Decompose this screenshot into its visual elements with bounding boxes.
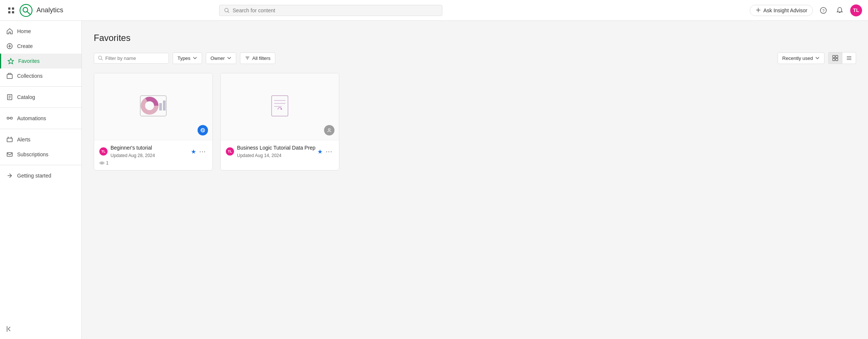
top-bar: Analytics Ask Insight Advisor	[0, 0, 868, 21]
card-preview-2	[221, 73, 339, 140]
sidebar-divider-3	[0, 129, 81, 129]
sidebar-item-alerts[interactable]: Alerts	[0, 132, 81, 147]
automations-icon	[6, 115, 13, 122]
list-view-button[interactable]	[842, 52, 856, 64]
data-prep-preview-icon	[265, 94, 295, 120]
sidebar-divider-2	[0, 108, 81, 108]
sidebar-item-home[interactable]: Home	[0, 24, 81, 39]
sidebar-item-automations[interactable]: Automations	[0, 111, 81, 126]
more-options-button-1[interactable]: ⋯	[198, 147, 207, 156]
create-icon	[6, 42, 13, 50]
svg-rect-48	[272, 96, 288, 116]
filter-search-wrapper	[94, 53, 169, 64]
help-icon: ?	[820, 7, 827, 14]
card-footer-row-2: TL Business Logic Tutorial Data Prep Upd…	[226, 145, 334, 158]
top-bar-right: Ask Insight Advisor ? TL	[750, 4, 862, 16]
more-options-button-2[interactable]: ⋯	[324, 147, 334, 156]
sparkle-icon	[755, 7, 761, 13]
svg-rect-35	[836, 58, 838, 61]
svg-rect-3	[12, 11, 14, 13]
all-filters-label: All filters	[252, 55, 270, 61]
card-footer-2: TL Business Logic Tutorial Data Prep Upd…	[221, 140, 339, 163]
card-business-logic[interactable]: TL Business Logic Tutorial Data Prep Upd…	[220, 73, 339, 170]
filter-icon	[245, 55, 250, 61]
card-title-text-1: Beginner's tutorial	[110, 145, 155, 151]
sidebar-item-subscriptions[interactable]: Subscriptions	[0, 147, 81, 162]
star-button-2[interactable]: ★	[317, 148, 323, 155]
svg-rect-0	[8, 7, 10, 10]
card-title-2: Business Logic Tutorial Data Prep Update…	[237, 145, 316, 158]
card-updated-2: Updated Aug 14, 2024	[237, 153, 281, 158]
grid-menu-button[interactable]	[6, 5, 16, 16]
insight-advisor-label: Ask Insight Advisor	[763, 7, 807, 13]
card-footer-left-2: TL Business Logic Tutorial Data Prep Upd…	[226, 145, 316, 158]
owner-filter-button[interactable]: Owner	[206, 52, 236, 64]
all-filters-button[interactable]: All filters	[240, 52, 275, 64]
app-preview-icon	[138, 94, 168, 120]
main-area: Home Create	[0, 21, 868, 339]
svg-line-28	[101, 59, 102, 60]
sidebar-collapse-button[interactable]	[0, 322, 81, 336]
svg-point-45	[202, 129, 204, 131]
help-button[interactable]: ?	[817, 4, 829, 16]
sidebar-item-create[interactable]: Create	[0, 39, 81, 54]
card-meta-1: Updated Aug 28, 2024	[110, 153, 155, 158]
sidebar-item-getting-started-label: Getting started	[17, 173, 51, 179]
sort-label: Recently used	[782, 55, 813, 61]
qlik-logo: Analytics	[19, 4, 63, 17]
sidebar-item-collections[interactable]: Collections	[0, 68, 81, 83]
card-actions-1: ★ ⋯	[191, 147, 207, 156]
svg-rect-2	[8, 11, 10, 13]
svg-point-47	[101, 162, 103, 164]
collections-icon	[6, 72, 13, 80]
search-bar	[219, 5, 442, 16]
card-views-1: 1	[99, 160, 207, 166]
home-icon	[6, 28, 13, 35]
sort-chevron-icon	[815, 56, 820, 60]
card-title-text-2: Business Logic Tutorial Data Prep	[237, 145, 316, 151]
sidebar: Home Create	[0, 21, 82, 339]
svg-rect-1	[12, 7, 14, 10]
grid-view-button[interactable]	[828, 52, 842, 64]
sidebar-item-catalog-label: Catalog	[17, 94, 35, 100]
svg-rect-25	[7, 153, 12, 156]
notifications-button[interactable]	[834, 4, 846, 16]
insight-advisor-button[interactable]: Ask Insight Advisor	[750, 5, 813, 16]
owner-filter-label: Owner	[211, 55, 225, 61]
search-wrapper	[219, 5, 442, 16]
card-actions-2: ★ ⋯	[317, 147, 334, 156]
content-area: Favorites Types Owner	[82, 21, 868, 339]
svg-rect-43	[163, 100, 166, 111]
list-view-icon	[846, 55, 852, 61]
svg-rect-32	[833, 55, 835, 58]
sidebar-item-favorites[interactable]: Favorites	[0, 54, 81, 68]
sidebar-item-getting-started[interactable]: Getting started	[0, 168, 81, 183]
sidebar-item-collections-label: Collections	[17, 73, 42, 79]
bell-icon	[836, 7, 843, 14]
card-beginners-tutorial[interactable]: TL Beginner's tutorial Updated Aug 28, 2…	[94, 73, 213, 170]
favorites-icon	[7, 57, 15, 65]
card-avatar-1: TL	[99, 147, 108, 156]
card-preview-1	[94, 73, 212, 140]
qlik-logo-icon	[19, 4, 33, 17]
sort-dropdown-button[interactable]: Recently used	[778, 52, 824, 64]
sidebar-divider-4	[0, 165, 81, 165]
sidebar-item-home-label: Home	[17, 28, 31, 34]
app-name: Analytics	[36, 6, 63, 14]
eye-icon	[99, 160, 105, 166]
search-icon	[224, 7, 230, 13]
sidebar-item-catalog[interactable]: Catalog	[0, 90, 81, 105]
sidebar-item-favorites-label: Favorites	[18, 58, 40, 64]
sidebar-item-automations-label: Automations	[17, 115, 46, 121]
types-filter-label: Types	[177, 55, 190, 61]
alerts-icon	[6, 136, 13, 143]
star-button-1[interactable]: ★	[191, 148, 196, 155]
svg-point-4	[20, 4, 32, 16]
svg-rect-33	[836, 55, 838, 58]
types-filter-button[interactable]: Types	[173, 52, 202, 64]
user-avatar[interactable]: TL	[850, 4, 862, 16]
grid-view-icon	[832, 55, 838, 61]
card-views-count-1: 1	[106, 160, 109, 166]
filter-by-name-input[interactable]	[105, 55, 165, 61]
search-input[interactable]	[233, 7, 438, 13]
